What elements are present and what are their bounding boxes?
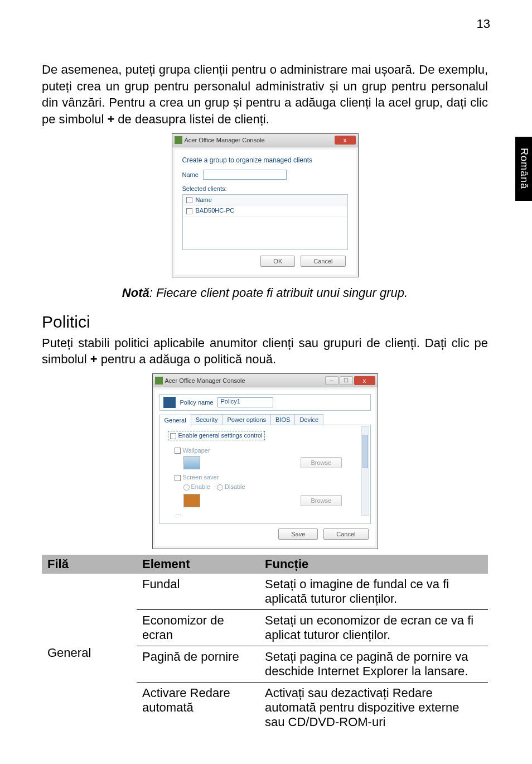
wallpaper-checkbox[interactable]: Wallpaper <box>175 447 365 454</box>
wallpaper-thumb <box>183 456 200 469</box>
disable-radio-label: Disable <box>225 483 245 490</box>
browse-screensaver-button[interactable]: Browse <box>301 495 342 506</box>
app-icon <box>175 136 182 144</box>
dialog-heading: Create a group to organize managed clien… <box>182 156 348 164</box>
col-name: Name <box>196 196 212 203</box>
table-header-row: Filă Element Funcție <box>42 555 488 574</box>
wallpaper-label: Wallpaper <box>183 447 210 454</box>
th-element: Element <box>137 555 259 574</box>
policy-body: Policy name Policy1 General Security Pow… <box>155 390 375 546</box>
section-heading: Politici <box>42 313 488 331</box>
screensaver-label: Screen saver <box>183 474 219 480</box>
screensaver-checkbox[interactable]: Screen saver <box>175 474 365 481</box>
th-functie: Funcție <box>259 555 488 574</box>
tab-security[interactable]: Security <box>191 414 223 425</box>
policies-paragraph: Puteți stabili politici aplicabile anumi… <box>42 335 488 368</box>
language-tab: Română <box>515 137 532 201</box>
ok-button[interactable]: OK <box>260 256 295 267</box>
close-button-2[interactable]: x <box>354 376 375 385</box>
table-row: General Fundal Setați o imagine de funda… <box>42 574 488 610</box>
tab-bios[interactable]: BIOS <box>270 414 295 425</box>
selected-clients-label: Selected clients: <box>182 185 348 192</box>
app-icon-2 <box>155 377 163 385</box>
titlebar-left: Acer Office Manager Console <box>175 136 265 144</box>
th-fila: Filă <box>42 555 137 574</box>
enable-radio-label: Enable <box>191 483 210 490</box>
policy-dialog: Acer Office Manager Console – ☐ x Policy… <box>152 373 378 549</box>
note: Notă: Fiecare client poate fi atribuit u… <box>42 286 488 300</box>
policy-name-label: Policy name <box>180 399 214 406</box>
element-cell: Pagină de pornire <box>137 646 259 682</box>
screensaver-thumb <box>183 494 200 507</box>
disable-radio[interactable] <box>217 484 223 491</box>
tab-power[interactable]: Power options <box>222 414 271 425</box>
policy-tabs: General Security Power options BIOS Devi… <box>159 414 371 425</box>
cancel-button[interactable]: Cancel <box>301 256 345 267</box>
group-name-input[interactable] <box>203 170 287 180</box>
more-indicator: ⋯ <box>176 512 365 518</box>
dialog-title: Acer Office Manager Console <box>185 137 265 143</box>
scrollbar[interactable] <box>361 426 369 516</box>
checkbox-icon <box>170 433 176 439</box>
enable-radio[interactable] <box>183 484 190 491</box>
plus-symbol-2: + <box>90 352 98 366</box>
clients-header: Name <box>183 195 347 206</box>
save-button[interactable]: Save <box>278 528 318 540</box>
titlebar-left-2: Acer Office Manager Console <box>155 377 245 385</box>
page-number: 13 <box>477 17 490 31</box>
enable-general-checkbox[interactable]: Enable general settings control <box>168 431 265 440</box>
note-label: Notă <box>122 286 149 300</box>
screensaver-row: Browse <box>183 494 365 507</box>
policy-dialog-buttons: Save Cancel <box>159 524 371 542</box>
plus-symbol-1: + <box>107 112 114 126</box>
scroll-thumb[interactable] <box>362 435 368 468</box>
browse-wallpaper-button[interactable]: Browse <box>301 457 342 468</box>
tab-device[interactable]: Device <box>294 414 323 425</box>
name-label: Name <box>182 171 199 178</box>
intro-paragraph: De asemenea, puteți grupa clienții pentr… <box>42 61 488 128</box>
minimize-button[interactable]: – <box>325 376 338 385</box>
policy-dialog-title: Acer Office Manager Console <box>165 377 245 384</box>
select-all-checkbox[interactable] <box>186 197 192 203</box>
para1-post: de deasupra listei de clienți. <box>114 112 269 126</box>
element-cell: Fundal <box>137 574 259 610</box>
dialog-body: Create a group to organize managed clien… <box>175 150 356 275</box>
policy-icon <box>163 397 176 408</box>
checkbox-icon <box>175 475 181 481</box>
close-button[interactable]: x <box>335 136 356 145</box>
policy-elements-table: Filă Element Funcție General Fundal Seta… <box>42 555 488 733</box>
note-text: : Fiecare client poate fi atribuit unui … <box>149 286 408 300</box>
client-row[interactable]: BAD50HC-PC <box>183 205 347 217</box>
enable-general-label: Enable general settings control <box>178 432 263 439</box>
tab-general[interactable]: General <box>159 415 191 425</box>
policy-name-input[interactable]: Policy1 <box>217 397 273 407</box>
para2-post: pentru a adăuga o politică nouă. <box>98 352 276 366</box>
checkbox-icon <box>175 448 181 454</box>
function-cell: Setați o imagine de fundal ce va fi apli… <box>259 574 488 610</box>
page-content: De asemenea, puteți grupa clienții pentr… <box>42 61 488 733</box>
clients-table: Name BAD50HC-PC <box>182 194 348 250</box>
function-cell: Setați un economizor de ecran ce va fi a… <box>259 609 488 646</box>
element-cell: Activare Redare automată <box>137 682 259 733</box>
client-name: BAD50HC-PC <box>196 207 235 214</box>
dialog-titlebar: Acer Office Manager Console x <box>172 134 358 147</box>
wallpaper-row: Browse <box>183 456 365 469</box>
category-cell: General <box>42 574 137 733</box>
element-cell: Economizor de ecran <box>137 609 259 646</box>
function-cell: Setați pagina ce pagină de pornire va de… <box>259 646 488 682</box>
create-group-dialog: Acer Office Manager Console x Create a g… <box>172 133 359 277</box>
window-controls: – ☐ x <box>325 376 375 385</box>
screensaver-radios: Enable Disable <box>183 483 365 491</box>
client-checkbox[interactable] <box>186 208 192 214</box>
maximize-button[interactable]: ☐ <box>340 376 353 385</box>
tab-body-general: Enable general settings control Wallpape… <box>159 425 371 523</box>
policy-name-row: Policy name Policy1 <box>159 394 371 411</box>
cancel-button-2[interactable]: Cancel <box>323 528 368 540</box>
function-cell: Activați sau dezactivați Redare automată… <box>259 682 488 733</box>
policy-titlebar: Acer Office Manager Console – ☐ x <box>153 374 378 387</box>
name-row: Name <box>182 170 348 180</box>
dialog-buttons: OK Cancel <box>182 250 348 269</box>
